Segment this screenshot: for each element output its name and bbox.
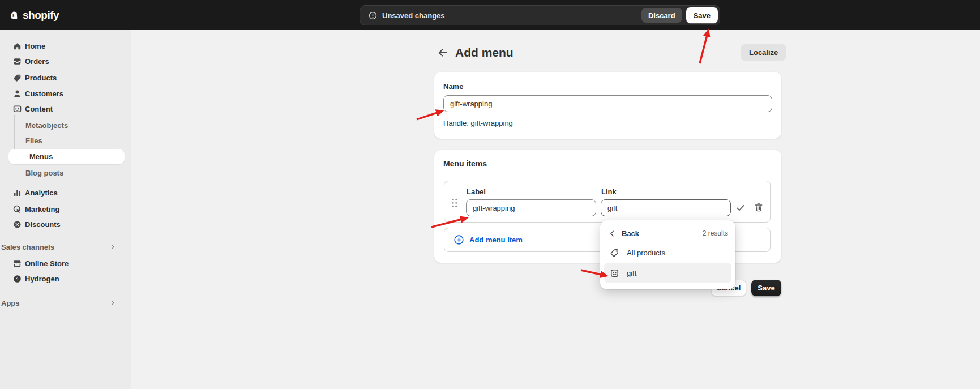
alert-icon bbox=[368, 11, 378, 20]
sidebar-label: Content bbox=[25, 105, 53, 113]
sidebar-item-online-store[interactable]: Online Store bbox=[5, 255, 127, 271]
checkmark-icon bbox=[735, 203, 746, 213]
add-menu-item-label: Add menu item bbox=[469, 236, 523, 244]
sidebar-label: Hydrogen bbox=[25, 275, 59, 283]
shopify-logo[interactable]: S shopify bbox=[9, 0, 59, 30]
svg-text:S: S bbox=[12, 14, 15, 18]
localize-button[interactable]: Localize bbox=[741, 44, 786, 61]
sidebar-section-label: Sales channels bbox=[1, 243, 54, 251]
sidebar-item-orders[interactable]: Orders bbox=[5, 53, 127, 69]
sidebar-item-menus[interactable]: Menus bbox=[8, 149, 125, 164]
dropdown-option-all-products[interactable]: All products bbox=[604, 242, 731, 263]
sidebar-section-sales-channels[interactable]: Sales channels bbox=[1, 240, 125, 254]
sidebar-item-home[interactable]: Home bbox=[5, 38, 127, 54]
sidebar-label: Products bbox=[25, 74, 57, 82]
label-field-label: Label bbox=[467, 187, 486, 196]
content-icon bbox=[12, 104, 22, 114]
sidebar-item-blog-posts[interactable]: Blog posts bbox=[5, 165, 127, 180]
sidebar-item-analytics[interactable]: Analytics bbox=[5, 185, 127, 200]
menu-items-title: Menu items bbox=[443, 159, 772, 168]
dropdown-back-label: Back bbox=[622, 229, 639, 238]
sidebar-label: Marketing bbox=[25, 205, 59, 213]
customers-icon bbox=[12, 89, 22, 99]
link-field-label: Link bbox=[601, 187, 617, 196]
marketing-icon bbox=[12, 204, 22, 214]
save-button-top[interactable]: Save bbox=[686, 7, 718, 23]
sidebar-item-content[interactable]: Content bbox=[5, 101, 127, 117]
hydrogen-icon bbox=[12, 274, 22, 284]
sidebar-item-hydrogen[interactable]: Hydrogen bbox=[5, 271, 127, 287]
unsaved-changes-label: Unsaved changes bbox=[382, 11, 445, 20]
back-button[interactable] bbox=[434, 44, 451, 61]
home-icon bbox=[12, 41, 22, 51]
sidebar-nav: Home Orders Products Customers Content bbox=[0, 30, 131, 389]
handle-text: Handle: gift-wrapping bbox=[443, 119, 772, 127]
plus-circle-icon bbox=[453, 234, 464, 245]
dropdown-option-label: All products bbox=[627, 249, 665, 257]
sidebar-label: Blog posts bbox=[25, 169, 63, 177]
item-label-input[interactable] bbox=[466, 199, 596, 216]
dropdown-option-gift[interactable]: gift bbox=[604, 263, 731, 283]
discounts-icon bbox=[12, 220, 22, 229]
sidebar-label: Analytics bbox=[25, 189, 58, 197]
collection-icon bbox=[610, 268, 619, 278]
online-store-icon bbox=[12, 259, 22, 268]
sidebar-label: Files bbox=[25, 136, 42, 145]
page-title: Add menu bbox=[455, 44, 513, 61]
chevron-right-icon bbox=[109, 243, 117, 251]
sidebar-item-discounts[interactable]: Discounts bbox=[5, 216, 127, 232]
brand-wordmark: shopify bbox=[23, 9, 59, 22]
unsaved-changes-bar: Unsaved changes Discard Save bbox=[360, 5, 720, 25]
dropdown-results-count: 2 results bbox=[703, 229, 728, 237]
trash-icon bbox=[754, 202, 764, 212]
sidebar-label: Discounts bbox=[25, 220, 61, 229]
shopify-bag-icon: S bbox=[9, 10, 19, 20]
discard-button[interactable]: Discard bbox=[641, 8, 682, 23]
sidebar-label: Metaobjects bbox=[25, 121, 68, 130]
sidebar-label: Online Store bbox=[25, 259, 69, 268]
sidebar-label: Orders bbox=[25, 57, 49, 66]
name-card: Name Handle: gift-wrapping bbox=[434, 72, 781, 139]
link-picker-dropdown: Back 2 results All products gift bbox=[600, 220, 735, 289]
analytics-icon bbox=[12, 188, 22, 198]
chevron-right-icon bbox=[109, 299, 117, 307]
delete-item-button[interactable] bbox=[754, 201, 766, 213]
dropdown-option-label: gift bbox=[627, 269, 636, 277]
sidebar-label: Customers bbox=[25, 89, 63, 98]
save-button-bottom[interactable]: Save bbox=[751, 280, 781, 296]
sidebar-item-products[interactable]: Products bbox=[5, 70, 127, 86]
sidebar-item-marketing[interactable]: Marketing bbox=[5, 201, 127, 217]
orders-icon bbox=[12, 57, 22, 66]
confirm-item-button[interactable] bbox=[735, 202, 748, 214]
menu-item-row: Label Link bbox=[444, 181, 771, 223]
tag-icon bbox=[610, 248, 619, 258]
sidebar-section-apps[interactable]: Apps bbox=[1, 296, 125, 310]
sidebar-section-label: Apps bbox=[1, 299, 20, 307]
top-bar: S shopify Unsaved changes Discard Save bbox=[0, 0, 980, 30]
arrow-left-icon bbox=[436, 47, 448, 58]
drag-handle-icon[interactable] bbox=[451, 198, 458, 208]
products-icon bbox=[12, 73, 22, 83]
sidebar-label: Home bbox=[25, 42, 45, 50]
menu-name-input[interactable] bbox=[443, 95, 772, 112]
chevron-left-icon bbox=[608, 229, 617, 238]
sidebar-label: Menus bbox=[29, 152, 53, 161]
dropdown-back-button[interactable]: Back 2 results bbox=[604, 224, 731, 242]
name-field-label: Name bbox=[443, 82, 463, 91]
main-content: Add menu Localize Name Handle: gift-wrap… bbox=[131, 30, 980, 389]
item-link-input[interactable] bbox=[601, 199, 731, 216]
sidebar-item-customers[interactable]: Customers bbox=[5, 86, 127, 101]
